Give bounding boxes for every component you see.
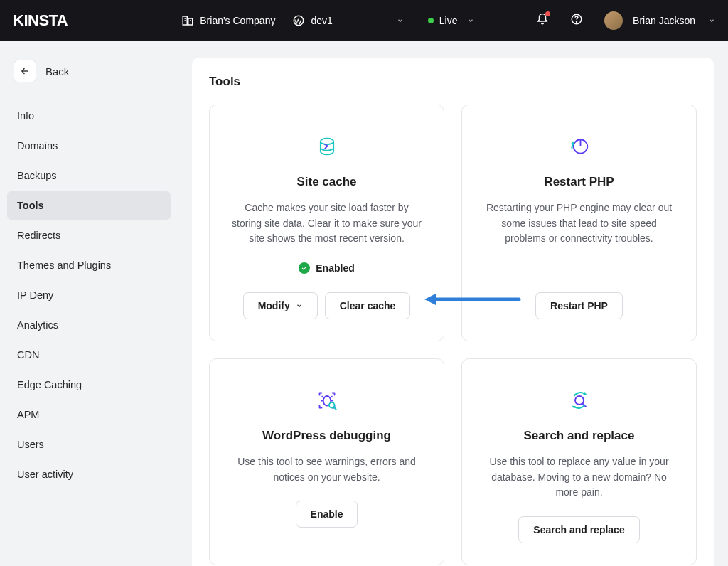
card-title: Restart PHP	[544, 175, 614, 189]
svg-line-19	[330, 396, 332, 397]
chevron-down-icon	[397, 17, 404, 24]
back-label: Back	[46, 65, 69, 78]
button-label: Enable	[311, 508, 343, 520]
arrow-left-icon	[20, 66, 30, 76]
button-label: Search and replace	[533, 524, 624, 535]
company-label: Brian's Company	[200, 15, 275, 26]
button-label: Restart PHP	[550, 300, 608, 311]
sidebar-item-label: User activity	[17, 469, 73, 480]
sidebar-item-info[interactable]: Info	[7, 102, 171, 130]
enable-debug-button[interactable]: Enable	[296, 501, 358, 528]
back-link[interactable]: Back	[7, 58, 171, 102]
user-menu[interactable]: Brian Jackson	[604, 11, 715, 30]
sidebar-item-backups[interactable]: Backups	[7, 161, 171, 190]
svg-point-7	[577, 21, 577, 22]
shell: Back Info Domains Backups Tools Redirect…	[0, 41, 728, 566]
card-title: WordPress debugging	[262, 429, 391, 443]
svg-point-9	[320, 139, 333, 145]
environment-selector[interactable]: Live	[428, 15, 475, 26]
site-cache-icon	[315, 131, 339, 162]
sidebar-item-users[interactable]: Users	[7, 430, 171, 459]
environment-label: Live	[439, 15, 458, 26]
panel: Tools Site cache Cache makes your site l…	[192, 58, 714, 566]
card-title: Site cache	[296, 175, 356, 189]
card-search-replace: Search and replace Use this tool to repl…	[461, 358, 697, 565]
button-label: Clear cache	[340, 300, 396, 311]
search-replace-icon	[567, 385, 592, 416]
svg-line-21	[333, 407, 336, 410]
notification-badge	[545, 11, 550, 16]
svg-marker-11	[424, 294, 436, 305]
chevron-down-icon	[467, 17, 474, 24]
check-circle-icon	[299, 262, 310, 274]
search-replace-button[interactable]: Search and replace	[518, 516, 639, 543]
status-enabled: Enabled	[299, 262, 354, 274]
sidebar-item-domains[interactable]: Domains	[7, 132, 171, 160]
sidebar-item-label: IP Deny	[17, 289, 53, 301]
clear-cache-button[interactable]: Clear cache	[325, 292, 411, 319]
sidebar-item-analytics[interactable]: Analytics	[7, 311, 171, 339]
site-label: dev1	[311, 15, 332, 26]
company-icon	[181, 14, 194, 27]
card-desc: Restarting your PHP engine may clear out…	[482, 201, 676, 247]
card-desc: Cache makes your site load faster by sto…	[230, 201, 424, 247]
sidebar-item-label: Info	[17, 110, 34, 122]
sidebar-item-label: CDN	[17, 349, 39, 361]
card-desc: Use this tool to see warnings, errors an…	[230, 454, 424, 485]
restart-php-button[interactable]: Restart PHP	[535, 292, 623, 319]
logo-text: KINSTA	[13, 11, 68, 29]
back-button[interactable]	[14, 60, 36, 82]
sidebar-item-label: Themes and Plugins	[17, 260, 111, 271]
sidebar-item-redirects[interactable]: Redirects	[7, 221, 171, 250]
card-title: Search and replace	[524, 429, 635, 443]
svg-line-18	[321, 396, 323, 397]
main: Tools Site cache Cache makes your site l…	[178, 41, 728, 566]
help-button[interactable]	[570, 13, 583, 28]
sidebar-item-ip-deny[interactable]: IP Deny	[7, 281, 171, 309]
status-label: Enabled	[316, 262, 354, 274]
sidebar-item-label: Redirects	[17, 230, 60, 241]
card-wp-debugging: WordPress debugging Use this tool to see…	[209, 358, 444, 565]
chevron-down-icon	[708, 17, 715, 24]
sidebar: Back Info Domains Backups Tools Redirect…	[0, 41, 178, 566]
sidebar-item-label: Domains	[17, 140, 58, 151]
restart-php-icon	[567, 131, 592, 162]
sidebar-item-themes-plugins[interactable]: Themes and Plugins	[7, 251, 171, 279]
sidebar-item-label: Tools	[17, 200, 44, 211]
cards-grid: Site cache Cache makes your site load fa…	[209, 105, 697, 565]
sidebar-item-label: Users	[17, 439, 44, 450]
sidebar-item-apm[interactable]: APM	[7, 400, 171, 429]
live-status-dot-icon	[428, 18, 434, 23]
topbar: KINSTA Brian's Company dev1 Live	[0, 0, 728, 41]
chevron-down-icon	[296, 300, 303, 311]
card-restart-php: Restart PHP Restarting your PHP engine m…	[461, 105, 697, 341]
sidebar-item-label: Analytics	[17, 319, 58, 331]
sidebar-item-cdn[interactable]: CDN	[7, 341, 171, 369]
card-desc: Use this tool to replace any value in yo…	[482, 454, 676, 501]
site-chevron[interactable]	[397, 17, 404, 24]
sidebar-item-edge-caching[interactable]: Edge Caching	[7, 370, 171, 399]
company-selector[interactable]: Brian's Company	[181, 14, 275, 27]
avatar	[604, 11, 623, 30]
button-label: Modify	[258, 300, 290, 311]
user-name: Brian Jackson	[633, 15, 695, 26]
wordpress-icon	[292, 14, 305, 27]
modify-button[interactable]: Modify	[243, 292, 318, 319]
card-site-cache: Site cache Cache makes your site load fa…	[209, 105, 444, 341]
button-row: Modify Clear cache	[243, 292, 411, 319]
sidebar-item-user-activity[interactable]: User activity	[7, 460, 171, 488]
logo[interactable]: KINSTA	[13, 11, 68, 30]
help-icon	[570, 13, 583, 28]
debug-icon	[314, 385, 340, 416]
sidebar-item-label: Edge Caching	[17, 379, 82, 390]
sidebar-item-tools[interactable]: Tools	[7, 191, 171, 220]
sidebar-item-label: Backups	[17, 170, 57, 181]
site-selector[interactable]: dev1	[292, 14, 332, 27]
page-title: Tools	[209, 75, 697, 89]
notifications-button[interactable]	[536, 13, 549, 28]
sidebar-item-label: APM	[17, 409, 39, 420]
svg-rect-1	[188, 18, 193, 25]
